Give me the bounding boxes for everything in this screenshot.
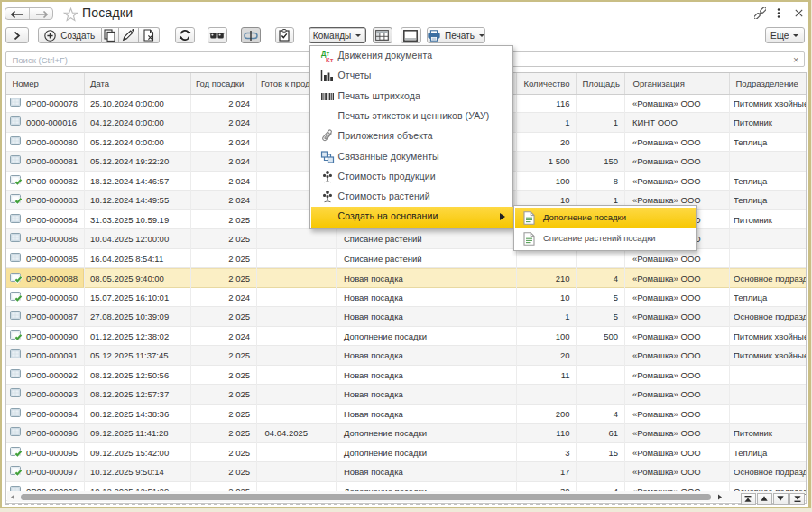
svg-text:Кт: Кт (326, 56, 334, 63)
